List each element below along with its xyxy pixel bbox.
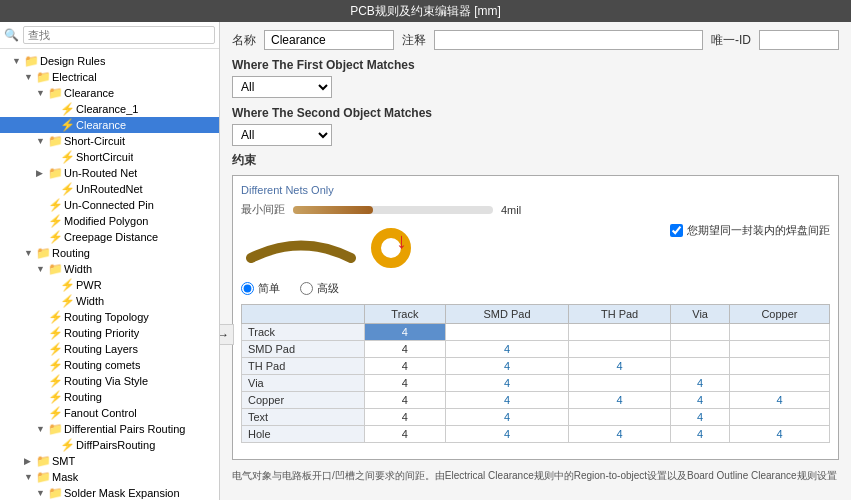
cell-text-track[interactable]: 4 (364, 409, 446, 426)
tree-item-fanout[interactable]: ⚡ Fanout Control (0, 405, 219, 421)
advanced-radio[interactable] (300, 282, 313, 295)
cell-via-smd[interactable]: 4 (446, 375, 569, 392)
tree-item-short-circuit-group[interactable]: ▼ 📁 Short-Circuit (0, 133, 219, 149)
cell-copper-via[interactable]: 4 (671, 392, 730, 409)
cell-copper-track[interactable]: 4 (364, 392, 446, 409)
expand-icon[interactable]: ▼ (36, 488, 48, 498)
tree-item-routing-topology[interactable]: ⚡ Routing Topology (0, 309, 219, 325)
col-header-th-pad: TH Pad (568, 305, 671, 324)
cell-hole-copper[interactable]: 4 (729, 426, 829, 443)
cell-th-smd[interactable]: 4 (446, 358, 569, 375)
rule-icon: ⚡ (60, 294, 74, 308)
cell-smd-smd[interactable]: 4 (446, 341, 569, 358)
advanced-radio-label[interactable]: 高级 (300, 281, 339, 296)
rule-icon: ⚡ (48, 390, 62, 404)
cell-track-copper[interactable] (729, 324, 829, 341)
tree-label: Routing Layers (64, 343, 138, 355)
cell-via-via[interactable]: 4 (671, 375, 730, 392)
cell-track-via[interactable] (671, 324, 730, 341)
same-pkg-checkbox[interactable] (670, 224, 683, 237)
tree-item-smt[interactable]: ▶ 📁 SMT (0, 453, 219, 469)
expand-icon[interactable]: ▼ (12, 56, 24, 66)
cell-via-copper[interactable] (729, 375, 829, 392)
rule-icon: ⚡ (60, 278, 74, 292)
cell-smd-track[interactable]: 4 (364, 341, 446, 358)
expand-icon[interactable]: ▼ (36, 264, 48, 274)
cell-smd-via[interactable] (671, 341, 730, 358)
name-input[interactable] (264, 30, 394, 50)
expand-icon[interactable]: ▼ (24, 472, 36, 482)
tree-item-clearance-group[interactable]: ▼ 📁 Clearance (0, 85, 219, 101)
expand-icon[interactable]: ▶ (24, 456, 36, 466)
expand-icon[interactable]: ▼ (24, 72, 36, 82)
match-second-dropdown[interactable]: All Net Net Class Layer (232, 124, 332, 146)
tree-item-diff-pairs[interactable]: ⚡ DiffPairsRouting (0, 437, 219, 453)
match-first-dropdown[interactable]: All Net Net Class Layer (232, 76, 332, 98)
tree-label: Width (76, 295, 104, 307)
illustration-row: 您期望同一封装内的焊盘间距 ↓ (241, 223, 830, 273)
cell-track-th[interactable] (568, 324, 671, 341)
table-arrow: → (220, 324, 234, 345)
cell-th-track[interactable]: 4 (364, 358, 446, 375)
cell-th-via[interactable] (671, 358, 730, 375)
cell-track-smd[interactable] (446, 324, 569, 341)
tree-item-diff-pairs-group[interactable]: ▼ 📁 Differential Pairs Routing (0, 421, 219, 437)
simple-radio[interactable] (241, 282, 254, 295)
cell-hole-smd[interactable]: 4 (446, 426, 569, 443)
tree-item-mask[interactable]: ▼ 📁 Mask (0, 469, 219, 485)
expand-icon[interactable]: ▼ (24, 248, 36, 258)
cell-copper-copper[interactable]: 4 (729, 392, 829, 409)
tree-item-solder-mask-group[interactable]: ▼ 📁 Solder Mask Expansion (0, 485, 219, 500)
cell-text-th[interactable] (568, 409, 671, 426)
tree-item-short-circuit[interactable]: ⚡ ShortCircuit (0, 149, 219, 165)
tree-label: Clearance (64, 87, 114, 99)
cell-copper-smd[interactable]: 4 (446, 392, 569, 409)
tree-item-clearance[interactable]: ⚡ Clearance (0, 117, 219, 133)
expand-icon[interactable]: ▼ (36, 424, 48, 434)
cell-via-th[interactable] (568, 375, 671, 392)
tree-item-routing-group[interactable]: ▼ 📁 Routing (0, 245, 219, 261)
tree-item-routing-via-style[interactable]: ⚡ Routing Via Style (0, 373, 219, 389)
tree-item-modified-polygon[interactable]: ⚡ Modified Polygon (0, 213, 219, 229)
tree-item-electrical[interactable]: ▼ 📁 Electrical (0, 69, 219, 85)
rule-icon: ⚡ (48, 342, 62, 356)
cell-track-track[interactable]: 4 (364, 324, 446, 341)
tree-item-creepage[interactable]: ⚡ Creepage Distance (0, 229, 219, 245)
cell-text-smd[interactable]: 4 (446, 409, 569, 426)
cell-via-track[interactable]: 4 (364, 375, 446, 392)
tree-item-routing-priority[interactable]: ⚡ Routing Priority (0, 325, 219, 341)
tree-item-clearance1[interactable]: ⚡ Clearance_1 (0, 101, 219, 117)
expand-icon[interactable]: ▶ (36, 168, 48, 178)
tree-item-width[interactable]: ⚡ Width (0, 293, 219, 309)
tree-item-unconnected-pin[interactable]: ⚡ Un-Connected Pin (0, 197, 219, 213)
cell-th-th[interactable]: 4 (568, 358, 671, 375)
tree-item-design-rules[interactable]: ▼ 📁 Design Rules (0, 53, 219, 69)
comment-input[interactable] (434, 30, 703, 50)
tree-item-unrouted-group[interactable]: ▶ 📁 Un-Routed Net (0, 165, 219, 181)
tree-item-routing-layers[interactable]: ⚡ Routing Layers (0, 341, 219, 357)
expand-icon[interactable]: ▼ (36, 88, 48, 98)
cell-hole-via[interactable]: 4 (671, 426, 730, 443)
tree-label: Routing Priority (64, 327, 139, 339)
cell-th-copper[interactable] (729, 358, 829, 375)
cell-smd-copper[interactable] (729, 341, 829, 358)
min-clearance-label: 最小间距 (241, 202, 285, 217)
tree-item-routing-inner[interactable]: ⚡ Routing (0, 389, 219, 405)
tree-item-routing-comets[interactable]: ⚡ Routing comets (0, 357, 219, 373)
slider-track[interactable] (293, 206, 493, 214)
cell-hole-th[interactable]: 4 (568, 426, 671, 443)
uid-input[interactable] (759, 30, 839, 50)
tree-item-pwr[interactable]: ⚡ PWR (0, 277, 219, 293)
cell-text-via[interactable]: 4 (671, 409, 730, 426)
tree-item-width-group[interactable]: ▼ 📁 Width (0, 261, 219, 277)
cell-smd-th[interactable] (568, 341, 671, 358)
search-input[interactable] (23, 26, 215, 44)
expand-icon[interactable]: ▼ (36, 136, 48, 146)
cell-text-copper[interactable] (729, 409, 829, 426)
cell-copper-th[interactable]: 4 (568, 392, 671, 409)
cell-hole-track[interactable]: 4 (364, 426, 446, 443)
tree-item-unroutednet[interactable]: ⚡ UnRoutedNet (0, 181, 219, 197)
right-panel: 名称 注释 唯一-ID Where The First Object Match… (220, 22, 851, 500)
tree-label: Un-Connected Pin (64, 199, 154, 211)
simple-radio-label[interactable]: 简单 (241, 281, 280, 296)
